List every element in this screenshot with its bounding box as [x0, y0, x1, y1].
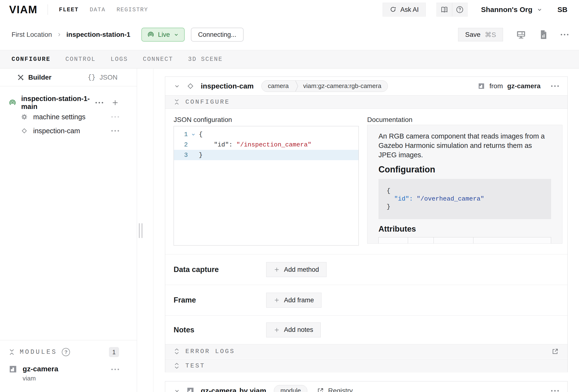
view-mode-toggle: Builder {} JSON [0, 69, 137, 86]
machine-settings-menu-ellipsis-icon[interactable] [111, 116, 119, 118]
modules-header[interactable]: MODULES ? 1 [9, 347, 119, 357]
book-icon [440, 5, 448, 14]
from-prefix: from [489, 82, 503, 90]
module-badge-label: module [274, 387, 307, 392]
doc-code-colon: : [409, 195, 417, 203]
editor-line: 1 { [174, 129, 359, 140]
error-logs-label: ERROR LOGS [185, 348, 235, 355]
report-icon[interactable] [539, 30, 548, 40]
avatar[interactable]: SB [557, 5, 568, 14]
documentation-label: Documentation [367, 116, 412, 124]
code-text: } [199, 152, 203, 159]
fold-chevron-icon[interactable] [188, 132, 199, 137]
inspection-cam-menu-ellipsis-icon[interactable] [111, 130, 119, 132]
line-number: 1 [174, 131, 188, 138]
modules-panel: MODULES ? 1 gz-camera viam [0, 340, 137, 392]
doc-code-open: { [387, 187, 390, 195]
test-section-bar[interactable]: TEST [165, 359, 568, 373]
collapse-section-icon [9, 348, 15, 356]
modules-help-icon[interactable]: ? [62, 348, 70, 356]
nav-tab-registry[interactable]: REGISTRY [117, 6, 148, 13]
machine-menu-ellipsis-icon[interactable] [561, 34, 569, 35]
component-menu-ellipsis-icon[interactable] [551, 85, 559, 87]
main-content: inspection-cam camera viam:gz-camera:rgb… [153, 69, 579, 392]
add-notes-label: Add notes [284, 326, 313, 333]
live-status-dropdown[interactable]: Live [141, 28, 185, 42]
notes-label: Notes [174, 326, 266, 334]
machine-page-button[interactable] [516, 30, 526, 39]
configure-section-body: JSON configuration Documentation 1 { 2 "… [165, 109, 568, 254]
tree-item-machine-settings[interactable]: machine settings [0, 110, 137, 124]
live-label: Live [158, 31, 170, 38]
json-config-editor[interactable]: 1 { 2 "id" : "/inspection_camera" 3 [174, 126, 359, 245]
tree-item-inspection-cam[interactable]: inspection-cam [0, 124, 137, 138]
add-method-button[interactable]: Add method [266, 262, 327, 277]
code-text: { [199, 131, 203, 138]
ask-ai-button[interactable]: Ask AI [383, 3, 426, 17]
sidebar-resize-handle[interactable] [139, 223, 143, 238]
collapse-card-chevron-icon[interactable] [174, 388, 180, 392]
configure-section-bar[interactable]: CONFIGURE [165, 95, 568, 109]
tab-connect[interactable]: CONNECT [143, 56, 173, 63]
plus-icon [274, 266, 280, 273]
collapse-section-icon [174, 99, 180, 105]
from-module-link[interactable]: from gz-camera [478, 82, 541, 90]
braces-icon: {} [88, 74, 95, 81]
machine-part-icon [9, 99, 16, 107]
org-switcher[interactable]: Shannon's Org [481, 5, 543, 14]
docs-button[interactable] [437, 3, 452, 16]
tree-item-label: machine settings [33, 113, 86, 121]
component-diamond-icon [186, 82, 195, 90]
module-list-item[interactable]: gz-camera viam [9, 365, 119, 382]
tab-control[interactable]: CONTROL [66, 56, 96, 63]
add-component-icon[interactable] [111, 99, 119, 107]
module-card-author: by viam [239, 387, 266, 392]
doc-code-value: "/overhead_camera" [417, 195, 484, 203]
tree-root-menu-ellipsis-icon[interactable] [95, 102, 103, 103]
builder-mode-toggle[interactable]: Builder [0, 69, 69, 86]
connecting-button[interactable]: Connecting... [191, 28, 244, 42]
gear-icon [21, 113, 28, 120]
viam-logo[interactable]: VIAM [9, 3, 38, 16]
module-menu-ellipsis-icon[interactable] [111, 369, 119, 370]
data-capture-section: Data capture Add method [165, 254, 568, 285]
doc-attributes-table [378, 237, 551, 244]
line-number: 2 [174, 141, 188, 148]
plus-icon [274, 297, 280, 303]
nav-tab-data[interactable]: DATA [90, 6, 106, 13]
json-config-label: JSON configuration [174, 116, 232, 124]
help-circle-icon [456, 5, 464, 14]
registry-link[interactable]: Registry [317, 387, 353, 392]
top-nav: VIAM FLEET DATA REGISTRY Ask AI [0, 0, 579, 19]
error-logs-section-bar[interactable]: ERROR LOGS [165, 344, 568, 358]
tree-root-machine[interactable]: inspection-station-1-main [0, 95, 137, 110]
save-button[interactable]: Save ⌘S [458, 28, 503, 41]
help-button[interactable] [452, 3, 467, 16]
page-tab-bar: CONFIGURE CONTROL LOGS CONNECT 3D SCENE [0, 50, 579, 69]
chevron-down-icon [537, 7, 542, 12]
code-key: "id" [199, 141, 229, 148]
data-capture-label: Data capture [174, 265, 266, 274]
collapse-card-chevron-icon[interactable] [174, 83, 180, 89]
add-notes-button[interactable]: Add notes [266, 322, 321, 337]
doc-code-block: { "id": "/overhead_camera" } [378, 179, 551, 219]
tab-configure[interactable]: CONFIGURE [11, 56, 51, 63]
module-author: viam [23, 375, 58, 382]
breadcrumb-location[interactable]: First Location [11, 31, 52, 38]
modules-count-badge: 1 [109, 347, 119, 357]
component-type: camera [262, 82, 295, 90]
module-icon [478, 82, 485, 90]
module-card-gz-camera: gz-camera by viam module Registry [165, 381, 568, 392]
add-frame-button[interactable]: Add frame [266, 293, 321, 308]
tab-3d-scene[interactable]: 3D SCENE [188, 56, 223, 63]
builder-label: Builder [28, 74, 52, 81]
module-card-name: gz-camera [201, 387, 236, 392]
builder-tools-icon [17, 74, 24, 81]
open-error-logs-external-icon[interactable] [552, 348, 559, 355]
from-module-name: gz-camera [507, 82, 541, 90]
tab-logs[interactable]: LOGS [111, 56, 128, 63]
json-mode-toggle[interactable]: {} JSON [69, 69, 137, 86]
nav-tab-fleet[interactable]: FLEET [59, 6, 79, 13]
module-card-menu-ellipsis-icon[interactable] [551, 390, 559, 392]
component-model: viam:gz-camera:rgb-camera [298, 82, 388, 90]
